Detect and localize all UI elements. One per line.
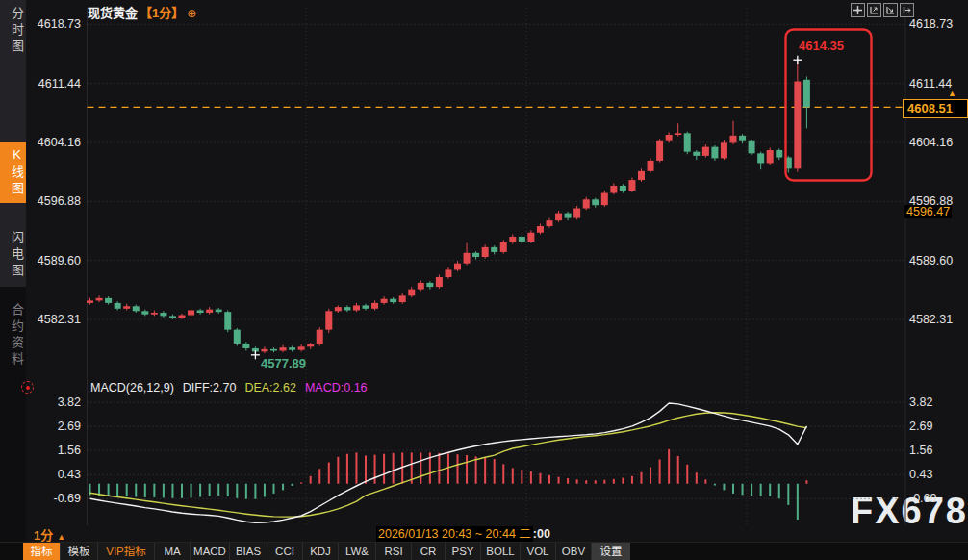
sidebar-tab-contract-info[interactable]: 合约资料 [0, 303, 26, 369]
macd-tick-left-1: 2.69 [27, 420, 81, 433]
tab-macd[interactable]: MACD [190, 543, 229, 560]
current-price-tag: 4608.51 [903, 99, 968, 118]
price-tick-left-3: 4596.88 [27, 194, 81, 208]
macd-tick-left-0: 3.82 [27, 395, 81, 409]
crosshair-move-icon[interactable] [851, 3, 865, 17]
macd-dea-value: DEA:2.62 [244, 381, 296, 395]
tab-indicator[interactable]: 指标 [23, 543, 60, 560]
indicator-marker-icon[interactable] [21, 381, 34, 394]
tab-cci[interactable]: CCI [267, 543, 302, 560]
candlestick-chart[interactable] [0, 0, 968, 560]
macd-tick-left-3: 0.43 [27, 468, 81, 481]
countdown-text: :00 [533, 527, 550, 541]
interval-label: 1分 [34, 528, 53, 543]
tab-psy[interactable]: PSY [445, 543, 480, 560]
interval-up-arrow-icon: ▲ [57, 532, 65, 542]
sidebar-tab-kline[interactable]: K线图 [0, 142, 26, 203]
tab-rsi[interactable]: RSI [375, 543, 411, 560]
tab-settings[interactable]: 设置 [591, 543, 630, 560]
tab-vip-indicator[interactable]: VIP指标 [97, 543, 154, 560]
tab-ma[interactable]: MA [154, 543, 190, 560]
tab-kdj[interactable]: KDJ [302, 543, 338, 560]
zoom-axis-up-icon[interactable] [867, 3, 881, 17]
price-tick-left-2: 4604.16 [27, 136, 81, 149]
tab-bias[interactable]: BIAS [229, 543, 267, 560]
tab-lw[interactable]: LW& [338, 543, 375, 560]
tabbar-spacer [0, 543, 23, 560]
indicator-tabbar: 指标 模板 VIP指标 MA MACD BIAS CCI KDJ LW& RSI… [0, 542, 968, 560]
macd-tick-right-1: 2.69 [909, 420, 963, 433]
price-tick-right-0: 4618.73 [909, 17, 963, 31]
prev-close-tag: 4596.47 [904, 205, 952, 218]
tab-vol[interactable]: VOL [520, 543, 555, 560]
price-tick-left-0: 4618.73 [27, 17, 81, 31]
macd-tick-right-0: 3.82 [909, 395, 963, 409]
sidebar-tab-lightning[interactable]: 闪电图 [0, 231, 26, 280]
price-tick-right-5: 4582.31 [909, 313, 963, 326]
tab-template[interactable]: 模板 [60, 543, 97, 560]
price-tick-left-4: 4589.60 [27, 254, 81, 267]
zoom-axis-right-icon[interactable] [883, 3, 898, 17]
symbol-title: 现货黄金 [88, 6, 138, 20]
chart-toolbar [851, 3, 914, 17]
price-tick-left-5: 4582.31 [27, 313, 81, 326]
macd-tick-right-4: -0.69 [909, 492, 963, 505]
sidebar-tab-timeline[interactable]: 分时图 [0, 7, 26, 56]
tab-cr[interactable]: CR [411, 543, 445, 560]
price-tick-left-1: 4611.44 [27, 77, 81, 90]
macd-readout: MACD(26,12,9)DIFF:2.70DEA:2.62MACD:0.16 [90, 381, 376, 395]
circled-plus-icon[interactable]: ⊕ [187, 7, 196, 20]
price-up-arrow-icon: ▲ [948, 89, 956, 98]
bar-timestamp: 2026/01/13 20:43 ~ 20:44 二:00 [376, 523, 550, 542]
macd-hist-value: MACD:0.16 [305, 381, 368, 395]
tab-obv[interactable]: OBV [555, 543, 591, 560]
price-tick-right-4: 4589.60 [909, 254, 963, 267]
tab-boll[interactable]: BOLL [480, 543, 520, 560]
interval-tag: 【1分】 [140, 6, 184, 20]
timestamp-text: 2026/01/13 20:43 ~ 20:44 二 [376, 526, 533, 542]
pan-right-icon[interactable] [900, 3, 914, 17]
low-price-label: 4577.89 [261, 356, 306, 370]
macd-tick-left-4: -0.69 [27, 492, 81, 505]
macd-tick-right-2: 1.56 [909, 444, 963, 457]
macd-diff-value: DIFF:2.70 [183, 381, 237, 395]
price-tick-right-2: 4604.16 [909, 136, 963, 149]
chart-header: 现货黄金【1分】⊕ [88, 3, 196, 21]
macd-params: MACD(26,12,9) [90, 381, 174, 395]
high-price-label: 4614.35 [799, 38, 844, 53]
macd-tick-left-2: 1.56 [27, 444, 81, 457]
macd-tick-right-3: 0.43 [909, 468, 963, 481]
